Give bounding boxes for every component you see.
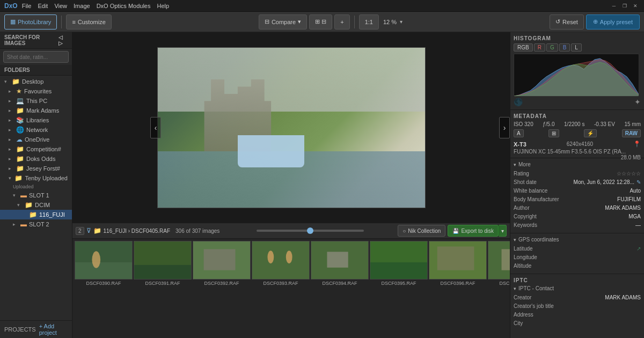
export-disk-button[interactable]: 💾 Export to disk: [448, 225, 499, 237]
search-collapse-icon[interactable]: ◁ ▷: [58, 34, 68, 46]
uploaded-label: Uploaded: [0, 183, 72, 190]
folder-libraries[interactable]: ▸ 📚 Libraries: [0, 115, 72, 125]
nik-collection-button[interactable]: ○ Nik Collection: [398, 225, 445, 237]
folder-markadams[interactable]: ▸ 📁 Mark Adams: [0, 106, 72, 115]
folder-arrow-jes: ▸: [9, 166, 14, 171]
prev-image-button[interactable]: ‹: [150, 117, 161, 138]
folder-label-desktop: Desktop: [22, 78, 43, 85]
film-item-0394[interactable]: DSCF0394.RAF: [311, 241, 369, 336]
keywords-row: Keywords —: [514, 221, 641, 230]
projects-section: PROJECTS + Add project: [0, 320, 72, 338]
histogram-tab-rgb[interactable]: RGB: [514, 43, 533, 52]
menu-view[interactable]: View: [54, 3, 67, 9]
histogram-section: HISTOGRAM RGB R G B L: [510, 32, 644, 110]
folder-favourites[interactable]: ▸ ★ Favourites: [0, 86, 72, 96]
photo-library-button[interactable]: ▦ PhotoLibrary: [4, 14, 57, 30]
search-input[interactable]: [3, 51, 69, 63]
folder-label-fav: Favourites: [24, 88, 52, 94]
film-item-0396[interactable]: DSCF0396.RAF: [429, 241, 487, 336]
folder-thispc[interactable]: ▸ 💻 This PC: [0, 96, 72, 106]
creator-job-row: Creator's job title: [514, 302, 641, 311]
customize-label: Customize: [78, 19, 106, 25]
film-item-0391[interactable]: DSCF0391.RAF: [134, 241, 192, 336]
next-image-button[interactable]: ›: [499, 117, 510, 138]
gps-section-toggle[interactable]: ▾ GPS coordinates: [514, 237, 641, 243]
minimize-button[interactable]: ─: [610, 2, 618, 10]
folder-network[interactable]: ▸ 🌐 Network: [0, 125, 72, 135]
more-section-toggle[interactable]: ▾ More: [514, 161, 641, 167]
folders-label: FOLDERS: [4, 67, 30, 73]
export-arrow-button[interactable]: ▾: [499, 225, 507, 237]
histogram-tab-b[interactable]: B: [559, 43, 570, 52]
folder-icon-ten: 📁: [14, 174, 23, 182]
menu-file[interactable]: File: [22, 3, 32, 9]
image-count: 306 of 307 images: [175, 228, 219, 234]
shot-date-text: Mon, Jun 6, 2022 12:28...: [574, 179, 634, 185]
mode-flash: ⚡: [584, 129, 597, 137]
menu-help[interactable]: Help: [157, 3, 170, 9]
folder-desktop[interactable]: ▾ 📁 Desktop: [0, 77, 72, 86]
folder-116fuji[interactable]: 📁 116_FUJI: [0, 210, 72, 219]
film-item-0392[interactable]: DSCF0392.RAF: [193, 241, 251, 336]
latitude-edit-icon[interactable]: ↗: [636, 246, 641, 252]
folder-slot2[interactable]: ▸ ▬ SLOT 2: [0, 219, 72, 229]
layout-button[interactable]: ⊞ ⊟: [309, 14, 332, 30]
author-row: Author MARK ADAMS: [514, 204, 641, 212]
menu-edit[interactable]: Edit: [38, 3, 48, 9]
film-item-0393[interactable]: DSCF0393.RAF: [252, 241, 310, 336]
iptc-arrow-icon: ▾: [514, 286, 516, 291]
folder-competition[interactable]: ▸ 📁 Competition#: [0, 144, 72, 154]
folder-arrow-ma: ▸: [9, 108, 14, 113]
menu-dxo-optics[interactable]: DxO Optics Modules: [97, 3, 151, 9]
folder-dcim[interactable]: ▾ 📁 DCIM: [0, 200, 72, 210]
apply-preset-button[interactable]: ⊕ Apply preset: [586, 14, 640, 30]
folder-icon-slot1: ▬: [20, 192, 27, 199]
camera-row: X-T3 6240x4160 📍: [514, 141, 641, 148]
film-item-0390[interactable]: DSCF0390.RAF: [75, 241, 133, 336]
export-button-group: 💾 Export to disk ▾: [448, 225, 507, 237]
light-point-icon[interactable]: ✦: [634, 98, 641, 106]
film-item-0395[interactable]: DSCF0395.RAF: [370, 241, 428, 336]
histogram-canvas: [514, 54, 639, 97]
filmstrip-slider[interactable]: [257, 230, 364, 232]
ev-value: -0.33 EV: [594, 121, 615, 127]
lens-info: FUJINON XC 15-45mm F3.5-5.6 OIS PZ (RA..…: [514, 149, 641, 155]
latitude-row: Latitude ↗: [514, 245, 641, 253]
folder-arrow-lib: ▸: [9, 117, 14, 123]
zoom-arrow-icon: ▾: [400, 19, 402, 25]
iptc-contact-toggle[interactable]: ▾ IPTC - Contact: [514, 285, 641, 291]
folder-tenby[interactable]: ▾ 📁 Tenby Uploaded: [0, 173, 72, 183]
add-project-button[interactable]: + Add project: [39, 323, 68, 336]
mode-row: A ⊞ ⚡ RAW: [514, 129, 641, 137]
aperture-value: ƒ/5.0: [543, 121, 554, 127]
shot-date-edit-icon[interactable]: ✎: [636, 179, 641, 185]
dark-point-icon[interactable]: 🌑: [514, 98, 523, 106]
folder-jesey[interactable]: ▸ 📁 Jesey Forst#: [0, 164, 72, 173]
menu-image[interactable]: Image: [74, 3, 90, 9]
gps-section: ▾ GPS coordinates Latitude ↗ Longitude A…: [510, 233, 644, 274]
mode-a: A: [514, 129, 524, 137]
add-button[interactable]: +: [334, 14, 349, 30]
folder-arrow-od: ▸: [9, 137, 14, 142]
reset-button[interactable]: ↺ Reset: [550, 14, 584, 30]
histogram-tab-r[interactable]: R: [534, 43, 545, 52]
more-section: ▾ More Rating ☆☆☆☆☆ Shot date Mon, Jun 6…: [510, 158, 644, 233]
fit-button[interactable]: 1:1: [359, 14, 379, 30]
customize-button[interactable]: ≡ Customize: [66, 14, 111, 30]
mode-matrix: ⊞: [548, 129, 559, 137]
histogram-tab-l[interactable]: L: [571, 43, 582, 52]
close-button[interactable]: ✕: [631, 2, 640, 10]
folder-slot1[interactable]: ▾ ▬ SLOT 1: [0, 190, 72, 200]
histogram-tab-g[interactable]: G: [546, 43, 558, 52]
folder-onedrive[interactable]: ▸ ☁ OneDrive: [0, 135, 72, 144]
shot-date-value: Mon, Jun 6, 2022 12:28... ✎: [574, 179, 641, 185]
compare-button[interactable]: ⊟ Compare ▾: [259, 14, 307, 30]
iptc-section: IPTC ▾ IPTC - Contact Creator MARK ADAMS…: [510, 274, 644, 331]
film-item-0397[interactable]: DSCF0397.RAF: [488, 241, 510, 336]
folder-doks[interactable]: ▸ 📁 Doks Odds: [0, 154, 72, 164]
keywords-label: Keywords: [514, 222, 537, 228]
restore-button[interactable]: ❐: [620, 2, 629, 10]
stars[interactable]: ☆☆☆☆☆: [617, 171, 641, 177]
filter-icon[interactable]: ⊽: [86, 227, 91, 234]
rating-filter-button[interactable]: 2: [76, 227, 84, 235]
